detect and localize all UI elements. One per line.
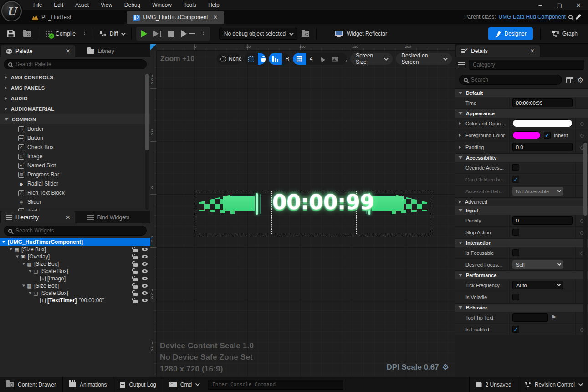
color-opacity-swatch[interactable] bbox=[512, 119, 573, 127]
override-accessible-checkbox[interactable] bbox=[512, 164, 519, 171]
diff-button[interactable]: Diff bbox=[95, 27, 128, 41]
category-ams-panels[interactable]: AMS PANELS bbox=[0, 83, 150, 93]
tool-tip-text-input[interactable] bbox=[512, 313, 548, 322]
is-volatile-checkbox[interactable] bbox=[512, 294, 519, 300]
cmd-dropdown[interactable]: Cmd bbox=[163, 377, 205, 392]
designer-button[interactable]: Designer bbox=[488, 27, 533, 40]
lock-icon[interactable] bbox=[133, 263, 138, 267]
play-options-button[interactable]: ⋮ bbox=[199, 31, 208, 37]
tree-row-root[interactable]: [UMG_HudTimerComponent] bbox=[0, 238, 150, 246]
lock-icon[interactable] bbox=[133, 300, 138, 303]
details-search-input[interactable] bbox=[471, 77, 557, 83]
section-behavior[interactable]: Behavior bbox=[455, 303, 588, 312]
tree-row-overlay[interactable]: ▣ [Overlay] bbox=[0, 253, 150, 260]
menu-file[interactable]: File bbox=[27, 0, 48, 10]
respect-locks-button[interactable]: R bbox=[282, 53, 290, 65]
palette-item-rich-text-block[interactable]: /Rich Text Block bbox=[0, 188, 150, 197]
flow-direction-button[interactable] bbox=[269, 53, 282, 65]
debug-object-dropdown[interactable]: No debug object selected bbox=[219, 28, 297, 40]
close-icon[interactable]: ✕ bbox=[530, 48, 535, 54]
desired-on-screen-dropdown[interactable]: Desired on Screen bbox=[396, 53, 452, 65]
tree-row-texttimer[interactable]: T [TextTimer] "00:00:00" bbox=[0, 297, 150, 304]
hierarchy-search-input[interactable] bbox=[15, 227, 142, 234]
caret-right-icon[interactable] bbox=[459, 145, 461, 148]
frame-skip-button[interactable] bbox=[150, 31, 164, 37]
preview-background-button[interactable] bbox=[328, 53, 342, 65]
play-button[interactable] bbox=[141, 30, 147, 37]
visibility-icon[interactable] bbox=[142, 247, 148, 253]
tree-row-image[interactable]: ⌂ [Image] bbox=[0, 275, 150, 282]
caret-down-icon[interactable] bbox=[22, 285, 25, 287]
visibility-icon[interactable] bbox=[142, 283, 148, 289]
palette-item-progress-bar[interactable]: ▥Progress Bar bbox=[0, 170, 150, 179]
palette-item-slider[interactable]: ╪Slider bbox=[0, 197, 150, 206]
category-list-icon[interactable] bbox=[458, 62, 465, 68]
caret-down-icon[interactable] bbox=[29, 270, 31, 273]
lock-icon[interactable] bbox=[133, 249, 138, 252]
caret-down-icon[interactable] bbox=[10, 248, 12, 251]
localization-button[interactable]: None bbox=[217, 53, 241, 65]
close-icon[interactable]: ✕ bbox=[66, 214, 70, 221]
palette-item-named-slot[interactable]: ∗Named Slot bbox=[0, 161, 150, 170]
caret-down-icon[interactable] bbox=[22, 263, 25, 265]
palette-item-radial-slider[interactable]: ◆Radial Slider bbox=[0, 179, 150, 188]
widget-reflector-button[interactable]: Widget Reflector bbox=[330, 27, 391, 41]
revision-control-dropdown[interactable]: Revision Control bbox=[518, 377, 588, 392]
search-icon[interactable] bbox=[568, 15, 573, 19]
output-log-button[interactable]: Output Log bbox=[113, 377, 163, 392]
menu-view[interactable]: View bbox=[95, 0, 118, 10]
tree-row-sizebox-3[interactable]: ▦ [Size Box] bbox=[0, 282, 150, 289]
grid-snap-toggle[interactable] bbox=[293, 53, 306, 65]
tree-row-scalebox-1[interactable]: ◲ [Scale Box] bbox=[0, 268, 150, 275]
designer-viewport[interactable]: 0 50 100 150 200 100 50 0 50 100 150 Zoo… bbox=[150, 44, 455, 377]
accessible-behavior-dropdown[interactable]: Not Accessible bbox=[512, 187, 563, 196]
visibility-icon[interactable] bbox=[142, 290, 148, 296]
compile-button[interactable]: ✓ Compile bbox=[41, 27, 80, 41]
gear-icon[interactable]: ⚙ bbox=[578, 77, 583, 83]
caret-down-icon[interactable] bbox=[29, 292, 31, 294]
palette-search[interactable] bbox=[4, 59, 147, 69]
details-scrollbar-thumb[interactable] bbox=[583, 143, 587, 216]
edit-icon[interactable] bbox=[575, 14, 582, 20]
caret-down-icon[interactable] bbox=[16, 256, 19, 258]
category-ams-controls[interactable]: AMS CONTROLS bbox=[0, 72, 150, 83]
priority-input[interactable] bbox=[512, 216, 573, 225]
tab-pl-hudtest[interactable]: PL_HudTest bbox=[26, 11, 77, 24]
screen-size-dropdown[interactable]: Screen Size bbox=[350, 53, 393, 65]
lock-icon[interactable] bbox=[133, 271, 138, 274]
menu-window[interactable]: Window bbox=[146, 0, 178, 10]
parent-class-link[interactable]: UMG Data Hud Component bbox=[499, 14, 566, 20]
graph-button[interactable]: Graph bbox=[548, 27, 582, 41]
tree-row-sizebox-1[interactable]: ▦ [Size Box] bbox=[0, 246, 150, 253]
reset-to-default[interactable]: ◇ bbox=[575, 129, 588, 141]
gear-icon[interactable]: ⚙ bbox=[442, 362, 449, 372]
tree-row-scalebox-2[interactable]: ◲ [Scale Box] bbox=[0, 289, 150, 297]
section-appearance[interactable]: Appearance bbox=[455, 109, 588, 118]
desired-focus-dropdown[interactable]: Self bbox=[512, 260, 563, 269]
section-accessibility[interactable]: Accessibility bbox=[455, 153, 588, 162]
caret-right-icon[interactable] bbox=[459, 122, 461, 124]
category-input[interactable] bbox=[473, 62, 580, 68]
stop-action-checkbox[interactable] bbox=[512, 229, 519, 236]
console-command-input[interactable] bbox=[212, 382, 338, 387]
tab-library[interactable]: Library bbox=[82, 45, 119, 57]
lock-icon[interactable] bbox=[133, 285, 138, 289]
details-search[interactable] bbox=[459, 75, 562, 85]
flip-preview-button[interactable] bbox=[342, 53, 347, 65]
visibility-icon[interactable] bbox=[142, 254, 148, 260]
tree-row-sizebox-2[interactable]: ▦ [Size Box] bbox=[0, 260, 150, 268]
animations-button[interactable]: Animations bbox=[63, 377, 113, 392]
tab-palette[interactable]: Palette ✕ bbox=[1, 45, 75, 57]
category-common[interactable]: COMMON bbox=[0, 114, 150, 124]
section-performance[interactable]: Performance bbox=[455, 271, 588, 279]
tab-bind-widgets[interactable]: Bind Widgets bbox=[82, 211, 134, 223]
menu-help[interactable]: Help bbox=[202, 0, 225, 10]
time-input[interactable] bbox=[512, 98, 573, 107]
maximize-button[interactable]: ▢ bbox=[550, 0, 569, 10]
visibility-icon[interactable] bbox=[142, 261, 148, 267]
close-button[interactable]: ✕ bbox=[569, 0, 588, 10]
category-field[interactable] bbox=[469, 60, 584, 70]
palette-item-checkbox[interactable]: ✓Check Box bbox=[0, 143, 150, 152]
find-node-button[interactable] bbox=[178, 30, 199, 37]
tick-frequency-dropdown[interactable]: Auto bbox=[512, 281, 563, 289]
